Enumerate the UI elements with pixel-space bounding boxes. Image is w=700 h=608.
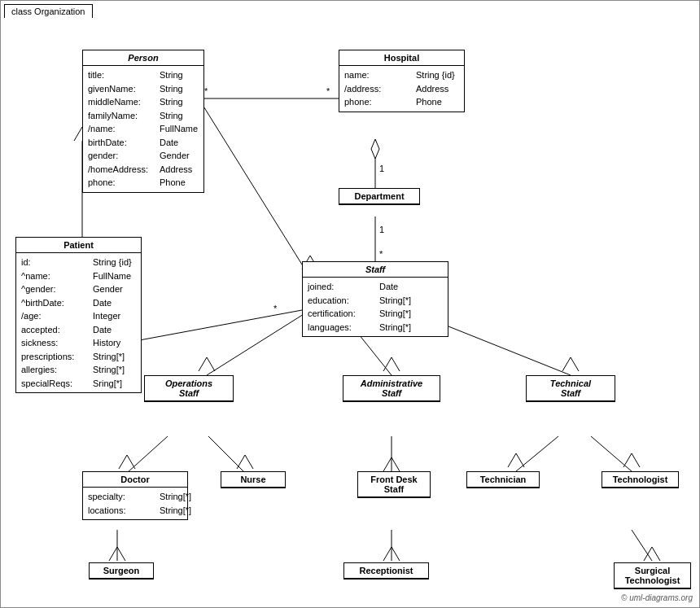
technical-staff-box: Technical Staff	[526, 375, 615, 402]
administrative-staff-title: Administrative Staff	[343, 376, 440, 401]
surgeon-box: Surgeon	[89, 562, 154, 580]
svg-text:*: *	[273, 304, 278, 313]
staff-box: Staff joined:Date education:String[*] ce…	[302, 261, 448, 337]
copyright-text: © uml-diagrams.org	[621, 593, 693, 602]
svg-text:*: *	[326, 86, 330, 96]
nurse-title: Nurse	[221, 472, 285, 488]
diagram-title: class Organization	[4, 4, 93, 18]
svg-line-14	[127, 436, 168, 473]
technical-staff-title: Technical Staff	[527, 376, 615, 401]
surgeon-title: Surgeon	[90, 563, 153, 579]
svg-line-21	[632, 530, 652, 561]
technologist-box: Technologist	[602, 471, 679, 488]
front-desk-staff-box: Front Desk Staff	[357, 471, 431, 498]
svg-line-18	[591, 436, 632, 471]
svg-line-10	[199, 98, 310, 278]
hospital-attrs: name:String {id} /address:Address phone:…	[339, 66, 464, 112]
department-title: Department	[339, 189, 419, 204]
administrative-staff-box: Administrative Staff	[343, 375, 440, 402]
svg-text:1: 1	[379, 164, 384, 173]
department-box: Department	[339, 188, 420, 205]
doctor-attrs: specialty:String[*] locations:String[*]	[83, 488, 187, 519]
person-box: Person title:String givenName:String mid…	[82, 50, 204, 193]
person-title: Person	[83, 50, 203, 66]
technician-box: Technician	[466, 471, 540, 488]
svg-line-15	[208, 436, 245, 473]
surgical-technologist-title: Surgical Technologist	[615, 563, 690, 588]
person-attrs: title:String givenName:String middleName…	[83, 66, 203, 192]
svg-line-11	[207, 310, 310, 375]
technologist-title: Technologist	[602, 472, 678, 488]
nurse-box: Nurse	[221, 471, 286, 488]
svg-text:*: *	[204, 86, 208, 96]
doctor-box: Doctor specialty:String[*] locations:Str…	[82, 471, 188, 520]
receptionist-box: Receptionist	[343, 562, 429, 580]
svg-line-17	[516, 436, 558, 471]
svg-text:*: *	[379, 249, 383, 259]
operations-staff-title: Operations Staff	[145, 376, 233, 401]
front-desk-staff-title: Front Desk Staff	[358, 472, 430, 497]
hospital-box: Hospital name:String {id} /address:Addre…	[339, 50, 465, 112]
staff-attrs: joined:Date education:String[*] certific…	[303, 278, 448, 336]
technician-title: Technician	[467, 472, 539, 488]
doctor-title: Doctor	[83, 472, 187, 488]
patient-box: Patient id:String {id} ^name:FullName ^g…	[15, 237, 142, 393]
staff-title: Staff	[303, 262, 448, 278]
patient-title: Patient	[16, 238, 141, 253]
surgical-technologist-box: Surgical Technologist	[614, 562, 691, 589]
hospital-title: Hospital	[339, 50, 464, 66]
operations-staff-box: Operations Staff	[144, 375, 234, 402]
diagram-container: class Organization * * 1 * 1 *	[0, 0, 700, 608]
patient-attrs: id:String {id} ^name:FullName ^gender:Ge…	[16, 253, 141, 392]
svg-text:1: 1	[379, 225, 384, 234]
receptionist-title: Receptionist	[344, 563, 428, 579]
